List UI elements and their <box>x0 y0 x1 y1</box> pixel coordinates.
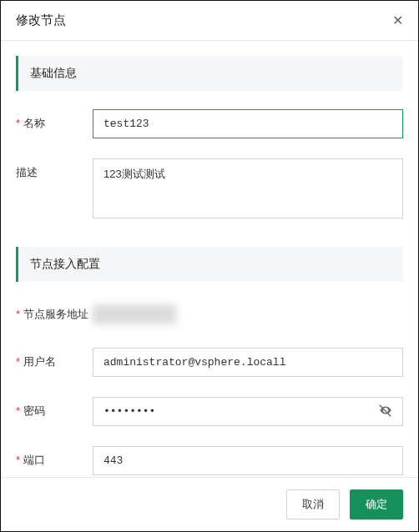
section-access-header: 节点接入配置 <box>16 247 403 282</box>
username-input[interactable] <box>93 348 403 377</box>
port-input[interactable] <box>93 446 403 475</box>
edit-node-modal: 修改节点 ✕ 基础信息 *名称 描述 节点接入配置 *节点服务地址 <box>0 0 419 532</box>
eye-off-icon[interactable] <box>378 403 393 421</box>
label-desc: 描述 <box>16 158 93 180</box>
row-port: *端口 <box>16 446 403 475</box>
row-username: *用户名 <box>16 348 403 377</box>
label-port: *端口 <box>16 446 93 468</box>
modal-body: 基础信息 *名称 描述 节点接入配置 *节点服务地址 *用户名 <box>1 41 418 477</box>
label-username: *用户名 <box>16 348 93 369</box>
label-name: *名称 <box>16 109 93 131</box>
section-basic-header: 基础信息 <box>16 56 403 91</box>
modal-header: 修改节点 ✕ <box>1 1 418 41</box>
row-service-addr: *节点服务地址 <box>16 300 403 328</box>
ok-button[interactable]: 确定 <box>350 489 403 519</box>
cancel-button[interactable]: 取消 <box>286 489 340 519</box>
modal-footer: 取消 确定 <box>1 477 418 531</box>
label-password: *密码 <box>16 397 93 419</box>
desc-textarea[interactable] <box>93 158 403 218</box>
close-button[interactable]: ✕ <box>392 14 403 28</box>
close-icon: ✕ <box>392 13 403 28</box>
row-desc: 描述 <box>16 158 403 222</box>
row-password: *密码 <box>16 397 403 426</box>
service-addr-value <box>93 304 176 324</box>
name-input[interactable] <box>93 109 403 138</box>
password-input[interactable] <box>93 397 403 426</box>
modal-title: 修改节点 <box>16 13 66 28</box>
row-name: *名称 <box>16 109 403 138</box>
label-service-addr: *节点服务地址 <box>16 300 93 322</box>
